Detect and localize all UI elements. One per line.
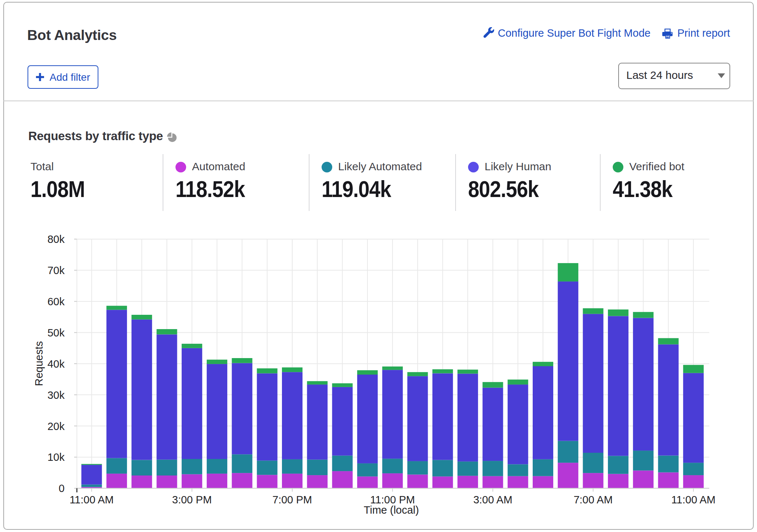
svg-text:3:00 AM: 3:00 AM [473,494,512,506]
svg-text:20k: 20k [47,420,65,432]
svg-text:7:00 PM: 7:00 PM [272,494,312,506]
svg-text:Time (local): Time (local) [364,504,419,516]
svg-text:7:00 AM: 7:00 AM [573,494,612,506]
svg-text:50k: 50k [47,327,65,339]
svg-text:3:00 PM: 3:00 PM [172,494,212,506]
svg-text:0: 0 [59,482,65,494]
svg-text:80k: 80k [47,233,65,245]
svg-text:10k: 10k [47,451,65,463]
svg-text:Requests: Requests [33,341,45,386]
svg-text:40k: 40k [47,358,65,370]
svg-text:60k: 60k [47,296,65,307]
svg-text:30k: 30k [47,389,65,401]
svg-text:11:00 AM: 11:00 AM [69,494,113,506]
svg-text:70k: 70k [47,265,65,276]
svg-text:11:00 AM: 11:00 AM [671,494,716,506]
